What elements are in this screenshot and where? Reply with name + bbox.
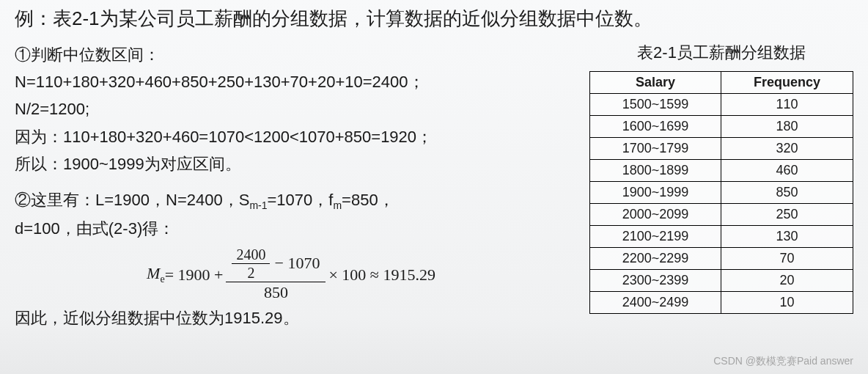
table-cell: 2100~2199 <box>590 226 721 248</box>
table-cell: 180 <box>721 116 853 138</box>
table-cell: 250 <box>721 204 853 226</box>
step2-d-line: d=100，由式(2-3)得： <box>15 216 567 241</box>
table-cell: 110 <box>721 94 853 116</box>
formula-minus-part: − 1070 <box>274 253 320 274</box>
median-formula: Me = 1900 + 2400 2 − 1070 850 × 100 ≈ 19… <box>15 246 567 304</box>
formula-main-fraction: 2400 2 − 1070 850 <box>226 246 326 304</box>
table-cell: 2400~2499 <box>590 292 721 314</box>
watermark-text: CSDN @数模竞赛Paid answer <box>713 355 853 368</box>
table-row: 1600~1699180 <box>590 116 853 138</box>
table-cell: 1900~1999 <box>590 182 721 204</box>
step1-so: 所以：1900~1999为对应区间。 <box>15 151 567 177</box>
content-wrap: ①判断中位数区间： N=110+180+320+460+850+250+130+… <box>15 42 853 332</box>
table-cell: 2000~2099 <box>590 204 721 226</box>
table-row: 2100~2199130 <box>590 226 853 248</box>
table-body: 1500~15991101600~16991801700~17993201800… <box>590 94 853 314</box>
sub-fm: m <box>333 199 342 211</box>
header-salary: Salary <box>590 72 721 94</box>
table-row: 2000~2099250 <box>590 204 853 226</box>
step1-half: N/2=1200; <box>15 96 567 122</box>
table-cell: 460 <box>721 160 853 182</box>
table-cell: 320 <box>721 138 853 160</box>
solution-text: ①判断中位数区间： N=110+180+320+460+850+250+130+… <box>15 42 567 332</box>
table-cell: 1700~1799 <box>590 138 721 160</box>
step1-sum: N=110+180+320+460+850+250+130+70+20+10=2… <box>15 69 567 95</box>
table-row: 2400~249910 <box>590 292 853 314</box>
step2-prefix: ②这里有：L=1900，N=2400，S <box>15 191 249 209</box>
step1-heading: ①判断中位数区间： <box>15 42 567 67</box>
formula-tail: × 100 ≈ 1915.29 <box>328 262 435 287</box>
example-title: 例：表2-1为某公司员工薪酬的分组数据，计算数据的近似分组数据中位数。 <box>15 6 853 32</box>
formula-me: Me <box>147 260 165 288</box>
step1-because: 因为：110+180+320+460=1070<1200<1070+850=19… <box>15 124 567 150</box>
table-cell: 2200~2299 <box>590 248 721 270</box>
step2-heading: ②这里有：L=1900，N=2400，Sm-1=1070，fm=850， <box>15 187 567 214</box>
table-cell: 20 <box>721 270 853 292</box>
step2-conclusion: 因此，近似分组数据中位数为1915.29。 <box>15 305 567 331</box>
table-cell: 2300~2399 <box>590 270 721 292</box>
table-row: 1800~1899460 <box>590 160 853 182</box>
table-cell: 850 <box>721 182 853 204</box>
step2-mid: =1070，f <box>268 191 334 209</box>
table-cell: 1800~1899 <box>590 160 721 182</box>
step2-suffix: =850， <box>342 191 394 209</box>
table-row: 2200~229970 <box>590 248 853 270</box>
table-cell: 1600~1699 <box>590 116 721 138</box>
table-row: 2300~239920 <box>590 270 853 292</box>
table-row: 1900~1999850 <box>590 182 853 204</box>
formula-denominator: 850 <box>258 282 294 304</box>
table-cell: 10 <box>721 292 853 314</box>
table-cell: 70 <box>721 248 853 270</box>
table-cell: 1500~1599 <box>590 94 721 116</box>
table-row: 1500~1599110 <box>590 94 853 116</box>
salary-frequency-table: Salary Frequency 1500~15991101600~169918… <box>589 71 853 314</box>
formula-nested-fraction: 2400 2 <box>232 246 270 282</box>
formula-eq: = 1900 + <box>165 262 224 287</box>
table-caption: 表2-1员工薪酬分组数据 <box>589 42 853 64</box>
data-table-section: 表2-1员工薪酬分组数据 Salary Frequency 1500~15991… <box>589 42 853 332</box>
table-header-row: Salary Frequency <box>590 72 853 94</box>
table-cell: 130 <box>721 226 853 248</box>
sub-sm1: m-1 <box>249 199 267 211</box>
table-row: 1700~1799320 <box>590 138 853 160</box>
header-frequency: Frequency <box>721 72 853 94</box>
